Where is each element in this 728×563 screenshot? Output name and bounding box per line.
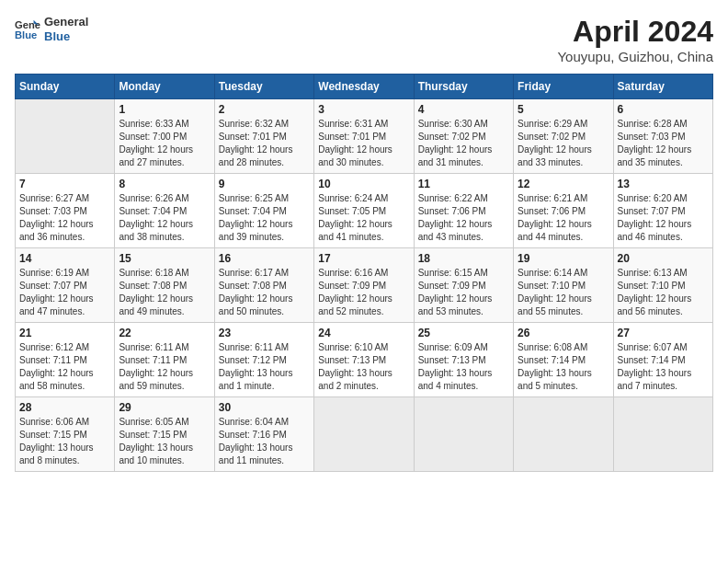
calendar-cell: 13Sunrise: 6:20 AM Sunset: 7:07 PM Dayli… [613,174,712,248]
day-info: Sunrise: 6:22 AM Sunset: 7:06 PM Dayligh… [418,192,509,244]
svg-text:General: General [15,19,40,30]
day-info: Sunrise: 6:16 AM Sunset: 7:09 PM Dayligh… [318,267,409,318]
calendar-cell: 1Sunrise: 6:33 AM Sunset: 7:00 PM Daylig… [115,99,214,174]
calendar-week-0: 1Sunrise: 6:33 AM Sunset: 7:00 PM Daylig… [16,99,713,174]
calendar-cell: 5Sunrise: 6:29 AM Sunset: 7:02 PM Daylig… [514,99,613,174]
day-number: 29 [119,401,210,414]
calendar-cell: 24Sunrise: 6:10 AM Sunset: 7:13 PM Dayli… [314,323,414,397]
calendar-cell: 19Sunrise: 6:14 AM Sunset: 7:10 PM Dayli… [514,248,613,323]
calendar-cell: 23Sunrise: 6:11 AM Sunset: 7:12 PM Dayli… [214,323,313,397]
calendar-cell: 26Sunrise: 6:08 AM Sunset: 7:14 PM Dayli… [514,323,613,397]
calendar-cell: 12Sunrise: 6:21 AM Sunset: 7:06 PM Dayli… [514,174,613,248]
logo: General Blue General Blue [15,15,88,43]
page-header: General Blue General Blue April 2024 You… [15,15,713,64]
day-number: 7 [19,178,110,190]
logo-line2: Blue [44,29,88,44]
calendar-cell: 8Sunrise: 6:26 AM Sunset: 7:04 PM Daylig… [115,174,214,248]
svg-text:Blue: Blue [15,29,37,40]
day-number: 6 [618,103,709,116]
day-number: 27 [618,327,709,339]
calendar-header: SundayMondayTuesdayWednesdayThursdayFrid… [16,75,713,99]
day-info: Sunrise: 6:33 AM Sunset: 7:00 PM Dayligh… [119,118,210,169]
calendar-cell: 22Sunrise: 6:11 AM Sunset: 7:11 PM Dayli… [115,323,214,397]
day-number: 19 [518,252,609,265]
day-info: Sunrise: 6:18 AM Sunset: 7:08 PM Dayligh… [119,267,210,318]
day-info: Sunrise: 6:08 AM Sunset: 7:14 PM Dayligh… [518,341,609,393]
calendar-cell: 27Sunrise: 6:07 AM Sunset: 7:14 PM Dayli… [613,323,712,397]
day-number: 13 [618,178,709,190]
day-number: 4 [418,103,509,116]
day-number: 12 [518,178,609,190]
day-info: Sunrise: 6:13 AM Sunset: 7:10 PM Dayligh… [618,267,709,318]
calendar-week-2: 14Sunrise: 6:19 AM Sunset: 7:07 PM Dayli… [16,248,713,323]
day-info: Sunrise: 6:27 AM Sunset: 7:03 PM Dayligh… [19,192,110,244]
header-row: SundayMondayTuesdayWednesdayThursdayFrid… [16,75,713,99]
calendar-cell: 6Sunrise: 6:28 AM Sunset: 7:03 PM Daylig… [613,99,712,174]
calendar-week-1: 7Sunrise: 6:27 AM Sunset: 7:03 PM Daylig… [16,174,713,248]
day-info: Sunrise: 6:19 AM Sunset: 7:07 PM Dayligh… [19,267,110,318]
day-info: Sunrise: 6:11 AM Sunset: 7:12 PM Dayligh… [219,341,310,393]
day-number: 8 [119,178,210,190]
calendar-cell: 17Sunrise: 6:16 AM Sunset: 7:09 PM Dayli… [314,248,414,323]
calendar-cell: 11Sunrise: 6:22 AM Sunset: 7:06 PM Dayli… [414,174,513,248]
day-info: Sunrise: 6:24 AM Sunset: 7:05 PM Dayligh… [318,192,409,244]
day-number: 30 [219,401,310,414]
logo-line1: General [44,15,88,29]
header-day-sunday: Sunday [16,75,115,99]
header-day-saturday: Saturday [613,75,712,99]
calendar-cell: 10Sunrise: 6:24 AM Sunset: 7:05 PM Dayli… [314,174,414,248]
calendar-cell: 16Sunrise: 6:17 AM Sunset: 7:08 PM Dayli… [214,248,313,323]
day-number: 24 [318,327,409,339]
day-info: Sunrise: 6:07 AM Sunset: 7:14 PM Dayligh… [618,341,709,393]
day-number: 1 [119,103,210,116]
day-number: 5 [518,103,609,116]
calendar-cell: 14Sunrise: 6:19 AM Sunset: 7:07 PM Dayli… [16,248,115,323]
day-number: 17 [318,252,409,265]
day-info: Sunrise: 6:32 AM Sunset: 7:01 PM Dayligh… [219,118,310,169]
calendar-cell: 29Sunrise: 6:05 AM Sunset: 7:15 PM Dayli… [115,397,214,472]
day-number: 21 [19,327,110,339]
day-info: Sunrise: 6:14 AM Sunset: 7:10 PM Dayligh… [518,267,609,318]
day-number: 3 [318,103,409,116]
calendar-cell: 15Sunrise: 6:18 AM Sunset: 7:08 PM Dayli… [115,248,214,323]
day-info: Sunrise: 6:21 AM Sunset: 7:06 PM Dayligh… [518,192,609,244]
day-info: Sunrise: 6:31 AM Sunset: 7:01 PM Dayligh… [318,118,409,169]
day-number: 23 [219,327,310,339]
header-day-friday: Friday [514,75,613,99]
title-block: April 2024 Youyupu, Guizhou, China [557,15,713,64]
day-info: Sunrise: 6:06 AM Sunset: 7:15 PM Dayligh… [19,416,110,467]
day-info: Sunrise: 6:15 AM Sunset: 7:09 PM Dayligh… [418,267,509,318]
day-number: 16 [219,252,310,265]
logo-text: General Blue [44,15,88,43]
calendar-cell: 4Sunrise: 6:30 AM Sunset: 7:02 PM Daylig… [414,99,513,174]
day-info: Sunrise: 6:25 AM Sunset: 7:04 PM Dayligh… [219,192,310,244]
calendar-table: SundayMondayTuesdayWednesdayThursdayFrid… [15,74,713,472]
calendar-cell: 2Sunrise: 6:32 AM Sunset: 7:01 PM Daylig… [214,99,313,174]
calendar-cell [314,397,414,472]
day-number: 9 [219,178,310,190]
calendar-cell [613,397,712,472]
calendar-cell: 30Sunrise: 6:04 AM Sunset: 7:16 PM Dayli… [214,397,313,472]
calendar-cell: 25Sunrise: 6:09 AM Sunset: 7:13 PM Dayli… [414,323,513,397]
page-title: April 2024 [557,15,713,49]
calendar-cell: 7Sunrise: 6:27 AM Sunset: 7:03 PM Daylig… [16,174,115,248]
calendar-cell: 21Sunrise: 6:12 AM Sunset: 7:11 PM Dayli… [16,323,115,397]
day-info: Sunrise: 6:11 AM Sunset: 7:11 PM Dayligh… [119,341,210,393]
day-number: 15 [119,252,210,265]
header-day-thursday: Thursday [414,75,513,99]
calendar-week-3: 21Sunrise: 6:12 AM Sunset: 7:11 PM Dayli… [16,323,713,397]
day-number: 2 [219,103,310,116]
day-info: Sunrise: 6:10 AM Sunset: 7:13 PM Dayligh… [318,341,409,393]
calendar-week-4: 28Sunrise: 6:06 AM Sunset: 7:15 PM Dayli… [16,397,713,472]
calendar-cell [16,99,115,174]
day-number: 14 [19,252,110,265]
calendar-cell [514,397,613,472]
header-day-tuesday: Tuesday [214,75,313,99]
day-info: Sunrise: 6:30 AM Sunset: 7:02 PM Dayligh… [418,118,509,169]
header-day-monday: Monday [115,75,214,99]
calendar-cell: 28Sunrise: 6:06 AM Sunset: 7:15 PM Dayli… [16,397,115,472]
calendar-cell [414,397,513,472]
day-number: 18 [418,252,509,265]
day-info: Sunrise: 6:09 AM Sunset: 7:13 PM Dayligh… [418,341,509,393]
day-number: 22 [119,327,210,339]
